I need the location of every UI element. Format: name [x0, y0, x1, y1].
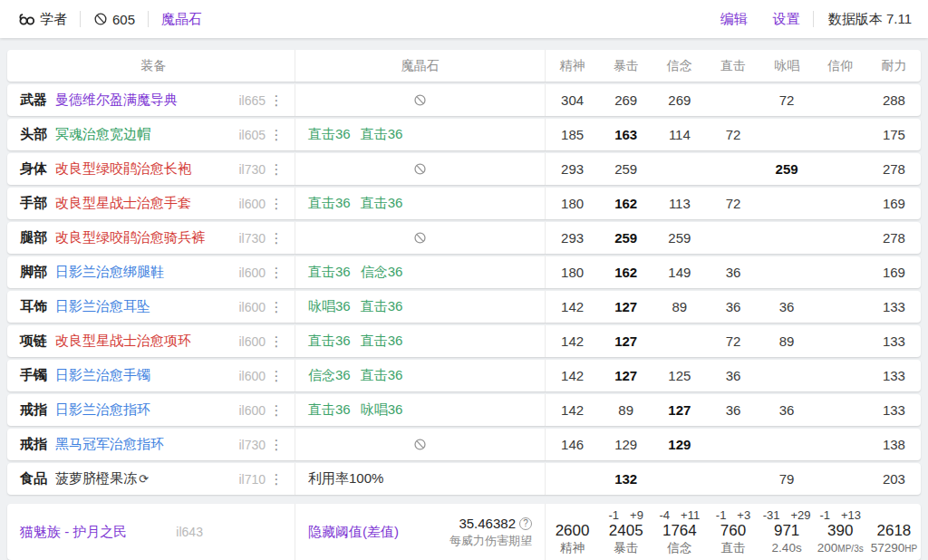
- stat-value: 142: [561, 299, 584, 314]
- materia-cell[interactable]: 利用率100%: [295, 463, 546, 495]
- materia-meld[interactable]: 直击36: [308, 126, 351, 143]
- stat-value: 72: [779, 92, 795, 108]
- materia-meld[interactable]: 直击36: [361, 126, 403, 143]
- settings-button[interactable]: 设置: [760, 11, 813, 28]
- gear-name-link[interactable]: 日影兰治愈耳坠: [55, 298, 150, 315]
- top-bar-right: 编辑 设置 数据版本 7.11: [708, 11, 912, 28]
- race-link[interactable]: 猫魅族 - 护月之民: [20, 524, 127, 541]
- no-materia-icon: [413, 231, 427, 245]
- stat-value: 142: [561, 333, 584, 349]
- materia-cell[interactable]: 信念36直击36: [295, 360, 546, 391]
- row-menu-button[interactable]: ⋮: [266, 471, 287, 488]
- row-menu-button[interactable]: ⋮: [266, 161, 287, 178]
- materia-cell[interactable]: [295, 153, 546, 185]
- materia-meld[interactable]: 直击36: [361, 333, 403, 350]
- materia-meld[interactable]: 直击36: [308, 264, 351, 281]
- stat-value: 293: [561, 230, 584, 246]
- materia-meld[interactable]: 直击36: [308, 401, 351, 419]
- stat-value: 36: [726, 368, 741, 383]
- materia-cell[interactable]: 直击36直击36: [295, 325, 546, 357]
- materia-cell[interactable]: 咏唱36直击36: [295, 291, 546, 323]
- materia-cell[interactable]: 直击36直击36: [295, 119, 546, 150]
- materia-meld[interactable]: 信念36: [308, 367, 351, 384]
- gear-name-link[interactable]: 日影兰治愈绑腿鞋: [55, 264, 164, 281]
- slot-label: 武器: [20, 92, 47, 109]
- row-menu-button[interactable]: ⋮: [266, 333, 287, 350]
- stat-cell: [546, 463, 599, 495]
- stat-value: 129: [668, 437, 691, 452]
- stat-total-label: 2.40s: [772, 541, 802, 555]
- stat-cell: 269: [599, 84, 652, 116]
- stat-cell: [760, 429, 814, 460]
- gear-cell: 武器曼德维尔盈满魔导典il665⋮: [7, 84, 295, 116]
- row-menu-button[interactable]: ⋮: [266, 230, 287, 246]
- stat-total-value: 390: [827, 522, 853, 541]
- materia-cell[interactable]: [295, 84, 546, 116]
- stat-cell: 259: [599, 222, 652, 254]
- materia-meld[interactable]: 直击36: [361, 298, 403, 315]
- materia-cell[interactable]: 直击36信念36: [295, 256, 546, 288]
- stat-value: 269: [668, 92, 691, 108]
- gear-cell: 身体改良型绿咬鹃治愈长袍il730⋮: [7, 153, 295, 185]
- materia-cell[interactable]: [295, 222, 546, 254]
- gear-name-link[interactable]: 日影兰治愈手镯: [55, 367, 150, 384]
- edit-button[interactable]: 编辑: [708, 11, 760, 28]
- gear-name-link[interactable]: 黑马冠军治愈指环: [55, 436, 164, 453]
- stat-header-1: 精神: [546, 50, 599, 82]
- gear-name-link[interactable]: 曼德维尔盈满魔导典: [55, 92, 178, 109]
- help-icon[interactable]: ?: [519, 517, 532, 530]
- item-level: il665: [238, 93, 266, 108]
- row-menu-button[interactable]: ⋮: [266, 196, 287, 212]
- stat-value: 142: [561, 402, 584, 418]
- gear-row-头部: 头部冥魂治愈宽边帽il605⋮直击36直击3618516311472175: [7, 119, 921, 150]
- row-menu-button[interactable]: ⋮: [266, 368, 287, 384]
- materia-meld[interactable]: 咏唱36: [361, 401, 403, 419]
- gear-row-食品: 食品菠萝脐橙果冻⟳il710⋮利用率100%13279203: [7, 463, 921, 495]
- slot-label: 耳饰: [20, 298, 47, 315]
- gear-name-link[interactable]: 改良型绿咬鹃治愈长袍: [55, 160, 191, 178]
- stat-value: 113: [669, 196, 691, 211]
- gear-name-link[interactable]: 改良型星战士治愈手套: [55, 195, 191, 212]
- stat-value: 259: [614, 230, 637, 246]
- item-level: il600: [238, 369, 266, 383]
- row-menu-button[interactable]: ⋮: [266, 265, 287, 281]
- gear-name-link[interactable]: 冥魂治愈宽边帽: [55, 126, 150, 143]
- hidden-threshold-link[interactable]: 隐藏阈值(差值): [308, 524, 399, 541]
- row-menu-button[interactable]: ⋮: [266, 402, 287, 419]
- gear-name-link[interactable]: 改良型星战士治愈项环: [55, 333, 191, 350]
- materia-meld[interactable]: 直击36: [308, 195, 351, 212]
- footer-stat-cell: -31+299712.40s: [760, 504, 814, 560]
- slot-label: 手镯: [20, 367, 47, 384]
- speed-indicator[interactable]: 605: [81, 12, 148, 27]
- gear-name-link[interactable]: 菠萝脐橙果冻: [55, 470, 137, 488]
- item-level: il600: [238, 403, 266, 418]
- row-menu-button[interactable]: ⋮: [266, 127, 287, 143]
- gear-name-link[interactable]: 日影兰治愈指环: [55, 401, 150, 419]
- job-selector[interactable]: 学者: [16, 11, 80, 28]
- row-menu-button[interactable]: ⋮: [266, 92, 287, 109]
- materia-meld[interactable]: 咏唱36: [308, 298, 351, 315]
- materia-nav-link[interactable]: 魔晶石: [149, 11, 215, 28]
- materia-meld[interactable]: 直击36: [361, 367, 403, 384]
- stat-cell: 72: [706, 119, 759, 150]
- materia-cell[interactable]: [295, 429, 546, 460]
- data-version: 数据版本 7.11: [814, 11, 912, 28]
- stat-value: 127: [614, 299, 637, 314]
- gear-row-武器: 武器曼德维尔盈满魔导典il665⋮30426926972288: [7, 84, 921, 116]
- materia-cell[interactable]: 直击36直击36: [295, 188, 546, 219]
- footer-stat-cell: 2600精神: [546, 504, 599, 560]
- stat-value: 142: [561, 368, 584, 383]
- gear-name-link[interactable]: 改良型绿咬鹃治愈骑兵裤: [55, 229, 205, 246]
- row-menu-button[interactable]: ⋮: [266, 299, 287, 315]
- row-menu-button[interactable]: ⋮: [266, 437, 287, 453]
- delta-plus: +29: [791, 508, 811, 523]
- stat-value: 36: [726, 265, 741, 280]
- materia-meld[interactable]: 直击36: [308, 333, 351, 350]
- materia-cell[interactable]: 直击36咏唱36: [295, 394, 546, 426]
- stat-cell: 169: [867, 188, 921, 219]
- gear-cell: 戒指黑马冠军治愈指环il730⋮: [7, 429, 295, 460]
- materia-meld[interactable]: 信念36: [361, 264, 403, 281]
- stat-value: 72: [726, 127, 741, 142]
- stat-delta: -4+11: [660, 507, 701, 522]
- materia-meld[interactable]: 直击36: [361, 195, 403, 212]
